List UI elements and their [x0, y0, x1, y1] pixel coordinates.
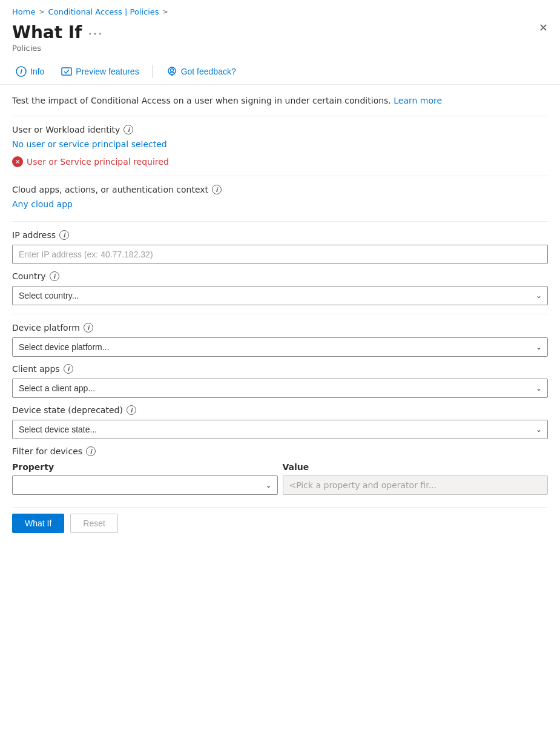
country-select[interactable]: Select country...: [12, 286, 548, 305]
feedback-icon: [166, 66, 177, 77]
breadcrumb-sep-1: >: [39, 8, 44, 16]
device-state-label: Device state (deprecated) i: [12, 405, 548, 415]
filter-devices-label-text: Filter for devices: [12, 446, 82, 456]
button-row: What If Reset: [12, 507, 548, 533]
device-platform-info-icon[interactable]: i: [84, 323, 93, 333]
header-area: What If ··· Policies ✕: [0, 20, 560, 59]
cloud-apps-info-icon[interactable]: i: [212, 185, 222, 194]
what-if-button[interactable]: What If: [12, 514, 64, 533]
device-state-select-wrapper: Select device state... ⌄: [12, 420, 548, 439]
breadcrumb-conditional-access[interactable]: Conditional Access | Policies: [48, 7, 159, 16]
filter-property-select[interactable]: [12, 475, 278, 495]
device-platform-label-text: Device platform: [12, 323, 80, 333]
error-icon: ✕: [12, 156, 23, 167]
preview-features-label: Preview features: [76, 67, 139, 76]
feedback-button[interactable]: Got feedback?: [163, 64, 240, 79]
cloud-apps-label-text: Cloud apps, actions, or authentication c…: [12, 185, 208, 194]
info-button[interactable]: i Info: [12, 64, 48, 79]
learn-more-link[interactable]: Learn more: [394, 96, 442, 105]
user-identity-label: User or Workload identity i: [12, 125, 548, 134]
country-info-icon[interactable]: i: [50, 271, 59, 281]
user-identity-info-icon[interactable]: i: [124, 125, 133, 134]
toolbar: i Info Preview features: [0, 59, 560, 85]
client-apps-info-icon[interactable]: i: [64, 364, 73, 374]
device-state-label-text: Device state (deprecated): [12, 405, 123, 415]
info-icon: i: [16, 66, 27, 77]
client-apps-select[interactable]: Select a client app...: [12, 379, 548, 398]
filter-table-row: ⌄ <Pick a property and operator fir...: [12, 475, 548, 495]
cloud-apps-section: Cloud apps, actions, or authentication c…: [12, 185, 548, 213]
client-apps-section: Client apps i Select a client app... ⌄: [12, 364, 548, 398]
device-state-select[interactable]: Select device state...: [12, 420, 548, 439]
divider-4: [12, 314, 548, 314]
svg-rect-2: [62, 68, 71, 75]
no-selection-link[interactable]: No user or service principal selected: [12, 139, 167, 149]
filter-table: Property Value ⌄ <Pick a property and op…: [12, 462, 548, 495]
device-state-section: Device state (deprecated) i Select devic…: [12, 405, 548, 439]
value-col-header: Value: [283, 462, 548, 472]
country-section: Country i Select country... ⌄: [12, 271, 548, 305]
filter-devices-section: Filter for devices i Property Value ⌄ <P…: [12, 446, 548, 495]
svg-point-5: [170, 69, 173, 72]
filter-property-select-wrapper: ⌄: [12, 475, 278, 495]
filter-value-field: <Pick a property and operator fir...: [283, 475, 548, 495]
svg-text:i: i: [20, 68, 22, 75]
main-content: Test the impact of Conditional Access on…: [0, 85, 560, 548]
description-area: Test the impact of Conditional Access on…: [12, 94, 548, 107]
info-label: Info: [30, 67, 44, 76]
preview-features-button[interactable]: Preview features: [58, 64, 142, 79]
ip-address-info-icon[interactable]: i: [59, 230, 69, 240]
divider-3: [12, 221, 548, 222]
device-state-info-icon[interactable]: i: [127, 405, 136, 415]
breadcrumb-sep-2: >: [163, 8, 168, 16]
reset-button[interactable]: Reset: [70, 514, 118, 533]
svg-point-4: [171, 74, 173, 76]
country-select-wrapper: Select country... ⌄: [12, 286, 548, 305]
ip-address-input[interactable]: [12, 245, 548, 264]
page-title: What If: [12, 22, 82, 42]
divider-1: [12, 116, 548, 116]
filter-devices-info-icon[interactable]: i: [86, 446, 96, 456]
filter-table-header: Property Value: [12, 462, 548, 472]
property-col-header: Property: [12, 462, 278, 472]
device-platform-section: Device platform i Select device platform…: [12, 323, 548, 357]
preview-icon: [61, 66, 72, 77]
user-identity-section: User or Workload identity i No user or s…: [12, 125, 548, 167]
ip-address-section: IP address i: [12, 230, 548, 264]
user-identity-label-text: User or Workload identity: [12, 125, 120, 134]
feedback-label: Got feedback?: [181, 67, 236, 76]
page-container: Home > Conditional Access | Policies > W…: [0, 0, 560, 548]
device-platform-select[interactable]: Select device platform...: [12, 337, 548, 357]
toolbar-divider: [153, 65, 153, 78]
ip-address-label-text: IP address: [12, 230, 56, 240]
client-apps-select-wrapper: Select a client app... ⌄: [12, 379, 548, 398]
more-options-button[interactable]: ···: [88, 27, 103, 41]
cloud-app-value[interactable]: Any cloud app: [12, 199, 73, 209]
error-row: ✕ User or Service principal required: [12, 156, 548, 167]
device-platform-label: Device platform i: [12, 323, 548, 333]
header-title-row: What If ···: [12, 22, 548, 42]
page-subtitle: Policies: [12, 44, 548, 53]
filter-devices-label: Filter for devices i: [12, 446, 548, 456]
device-platform-select-wrapper: Select device platform... ⌄: [12, 337, 548, 357]
description-text: Test the impact of Conditional Access on…: [12, 96, 391, 105]
cloud-apps-label: Cloud apps, actions, or authentication c…: [12, 185, 548, 194]
breadcrumb: Home > Conditional Access | Policies >: [0, 0, 560, 20]
divider-2: [12, 176, 548, 176]
client-apps-label-text: Client apps: [12, 364, 60, 374]
breadcrumb-home[interactable]: Home: [12, 7, 35, 16]
error-text: User or Service principal required: [27, 157, 169, 167]
country-label: Country i: [12, 271, 548, 281]
country-label-text: Country: [12, 271, 46, 281]
client-apps-label: Client apps i: [12, 364, 548, 374]
ip-address-label: IP address i: [12, 230, 548, 240]
close-button[interactable]: ✕: [536, 20, 550, 36]
